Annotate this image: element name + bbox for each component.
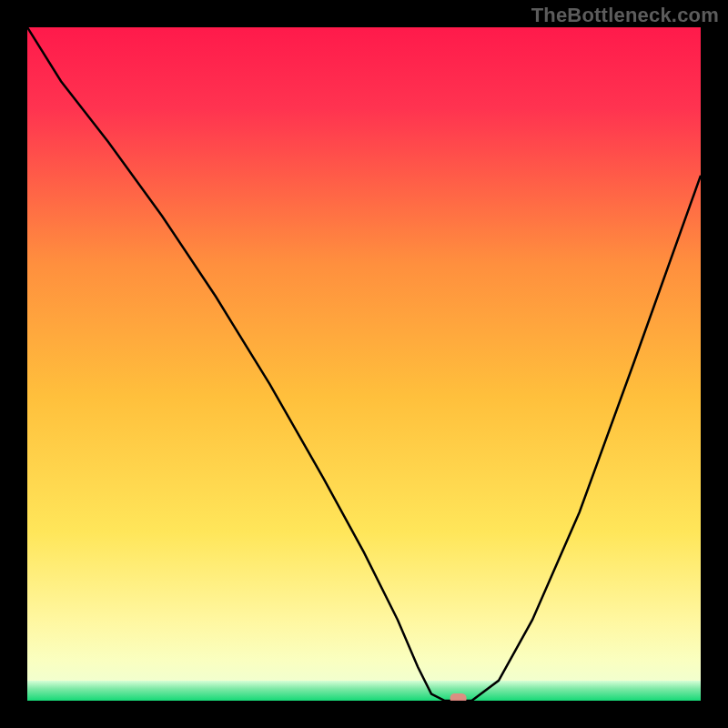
chart-svg bbox=[27, 27, 701, 701]
green-band bbox=[27, 681, 701, 701]
plot-area bbox=[27, 27, 701, 701]
gradient-background bbox=[27, 27, 701, 701]
chart-frame: TheBottleneck.com bbox=[0, 0, 728, 728]
valley-marker bbox=[450, 693, 467, 701]
watermark-text: TheBottleneck.com bbox=[531, 4, 719, 27]
